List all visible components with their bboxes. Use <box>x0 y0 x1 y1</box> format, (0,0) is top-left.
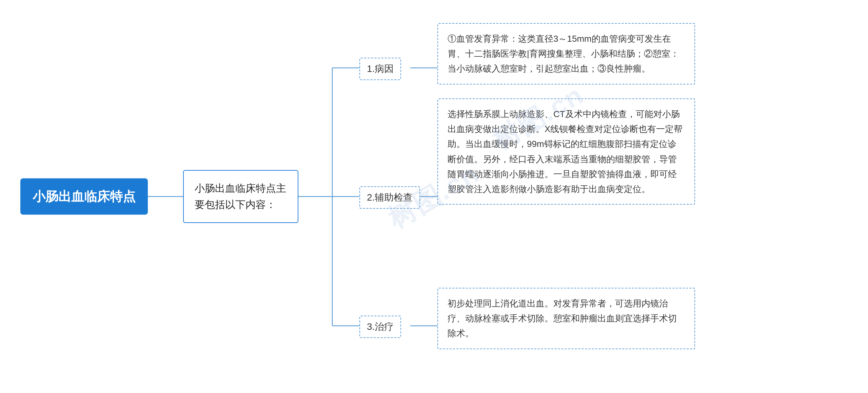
branch3-label: 3.治疗 <box>359 316 401 338</box>
middle-label: 小肠出血临床特点主要包括以下内容： <box>195 183 286 210</box>
branch1-label: 1.病因 <box>359 58 401 80</box>
branch2-label: 2.辅助检查 <box>359 186 420 209</box>
branch1-content: ①血管发育异常：这类直径3～15mm的血管病变可发生在胃、十二指肠医学教|育网搜… <box>437 23 695 85</box>
mind-map: 树图.cn 树图.cn 小肠出血临床特点 小肠出血临床特点主要包括以下内容： 1… <box>0 0 868 393</box>
branch2-content: 选择性肠系膜上动脉造影、CT及术中内镜检查，可能对小肠出血病变做出定位诊断。X线… <box>437 98 695 205</box>
root-node: 小肠出血临床特点 <box>20 179 148 215</box>
root-label: 小肠出血临床特点 <box>33 189 136 204</box>
middle-node: 小肠出血临床特点主要包括以下内容： <box>183 170 298 223</box>
branch3-content: 初步处理同上消化道出血。对发育异常者，可选用内镜治疗、动脉栓塞或手术切除。憩室和… <box>437 288 695 349</box>
